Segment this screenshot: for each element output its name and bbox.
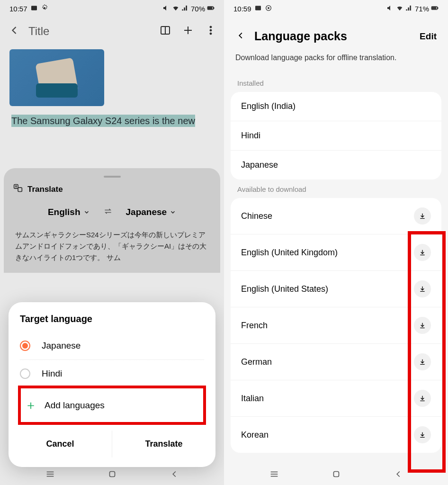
wifi-icon — [172, 4, 179, 13]
chevron-down-icon — [83, 209, 90, 216]
cancel-button[interactable]: Cancel — [9, 431, 112, 458]
available-label: Available to download — [224, 180, 448, 198]
svg-rect-3 — [213, 7, 214, 9]
svg-rect-22 — [437, 7, 438, 9]
list-item[interactable]: Japanese — [231, 151, 441, 180]
wifi-icon — [396, 4, 403, 13]
svg-point-9 — [210, 26, 212, 28]
modal-title: Target language — [9, 314, 215, 334]
status-time: 10:57 — [9, 5, 27, 13]
sheet-title: Translate — [27, 185, 63, 194]
language-option-hindi[interactable]: Hindi — [9, 362, 215, 386]
status-bar: 10:59 71% — [224, 0, 448, 17]
battery-icon — [431, 4, 439, 13]
mute-icon — [386, 4, 394, 13]
gear-icon — [41, 4, 48, 13]
highlight-box: ＋ Add languages — [18, 386, 206, 425]
chevron-down-icon — [170, 209, 176, 216]
svg-rect-17 — [109, 472, 115, 477]
battery-text: 71% — [415, 5, 429, 13]
translate-button[interactable]: Translate — [112, 431, 215, 458]
more-icon[interactable] — [205, 25, 216, 38]
battery-text: 70% — [191, 5, 205, 13]
svg-rect-0 — [31, 6, 37, 10]
nav-bar — [0, 465, 224, 485]
signal-icon — [405, 4, 413, 13]
download-button[interactable] — [414, 207, 431, 225]
page-subtitle: Download language packs for offline tran… — [224, 50, 448, 73]
nav-back-button[interactable] — [393, 469, 403, 481]
translate-sheet: Translate English Japanese サムスンギャラクシーS24… — [4, 168, 220, 273]
battery-icon — [207, 4, 215, 13]
svg-rect-18 — [255, 6, 261, 10]
target-language-modal: Target language Japanese Hindi ＋ Add lan… — [9, 302, 215, 467]
app-header: Title — [0, 17, 224, 45]
list-item[interactable]: Hindi — [231, 121, 441, 151]
gear-icon — [265, 4, 272, 13]
sheet-handle[interactable] — [104, 176, 121, 178]
radio-unchecked-icon — [20, 368, 30, 379]
installed-list: English (India) Hindi Japanese — [231, 92, 441, 180]
back-button[interactable] — [235, 30, 246, 43]
add-languages-button[interactable]: ＋ Add languages — [21, 388, 203, 422]
mute-icon — [162, 4, 170, 13]
radio-checked-icon — [20, 341, 30, 351]
page-title: Title — [28, 25, 152, 38]
language-option-japanese[interactable]: Japanese — [9, 334, 215, 358]
plus-icon[interactable] — [182, 25, 194, 38]
home-button[interactable] — [107, 469, 117, 481]
status-time: 10:59 — [233, 5, 251, 13]
svg-rect-27 — [333, 472, 339, 477]
picture-icon — [254, 4, 262, 13]
highlight-box — [408, 231, 446, 473]
svg-rect-4 — [208, 7, 212, 9]
list-item[interactable]: Chinese — [231, 198, 441, 234]
article-text: The Samsung Galaxy S24 series is the new — [0, 114, 224, 128]
nav-bar — [224, 465, 448, 485]
translated-text: サムスンギャラクシーS24シリーズは今年の新しいプレミアムアンドロイドフォンであ… — [4, 225, 220, 273]
home-button[interactable] — [331, 469, 341, 481]
nav-back-button[interactable] — [169, 469, 179, 481]
swap-button[interactable] — [103, 207, 113, 218]
svg-rect-23 — [432, 7, 436, 9]
recents-button[interactable] — [45, 469, 55, 481]
source-language-button[interactable]: English — [48, 207, 90, 217]
svg-point-10 — [210, 29, 212, 31]
translate-icon — [13, 183, 23, 195]
svg-point-11 — [210, 33, 212, 35]
signal-icon — [181, 4, 189, 13]
plus-icon: ＋ — [25, 397, 35, 413]
picture-icon — [30, 4, 38, 13]
page-title: Language packs — [254, 29, 411, 43]
recents-button[interactable] — [269, 469, 279, 481]
page-header: Language packs Edit — [224, 17, 448, 50]
reader-icon[interactable] — [160, 25, 171, 38]
target-language-button[interactable]: Japanese — [126, 207, 177, 217]
status-bar: 10:57 70% — [0, 0, 224, 17]
installed-label: Installed — [224, 73, 448, 92]
svg-point-20 — [268, 7, 269, 9]
back-icon[interactable] — [8, 24, 21, 39]
edit-button[interactable]: Edit — [420, 31, 437, 42]
list-item[interactable]: English (India) — [231, 92, 441, 121]
svg-rect-13 — [18, 188, 22, 191]
article-thumbnail — [9, 49, 104, 106]
